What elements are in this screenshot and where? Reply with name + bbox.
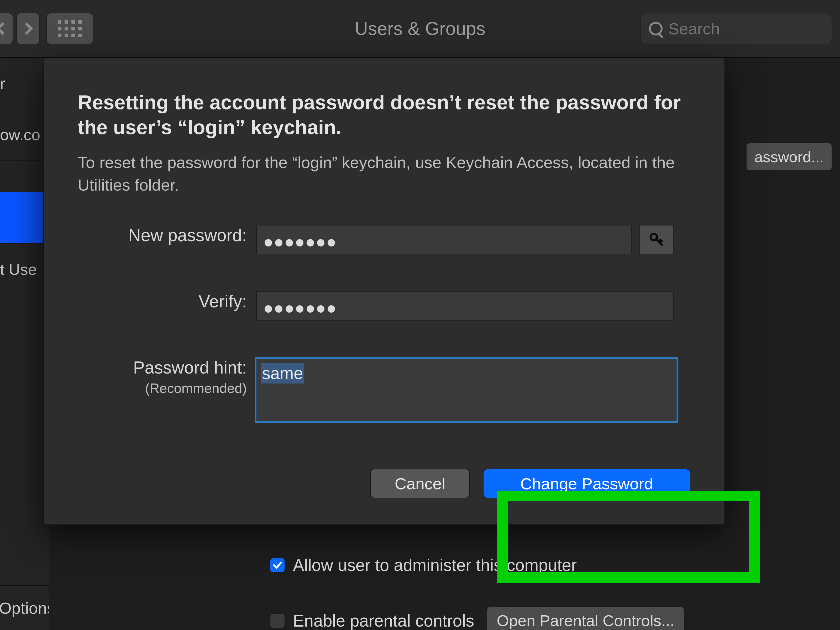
chevron-right-icon xyxy=(21,22,33,35)
checkmark-icon xyxy=(272,560,283,570)
parental-label: Enable parental controls xyxy=(293,611,474,630)
sidebar-item[interactable]: t Use xyxy=(0,243,49,295)
window-title: Users & Groups xyxy=(355,18,485,39)
open-parental-controls-button[interactable]: Open Parental Controls... xyxy=(487,606,684,630)
user-sidebar: r ow.co t Use Options xyxy=(0,58,49,630)
search-input[interactable] xyxy=(668,19,840,38)
parental-checkbox[interactable] xyxy=(270,613,285,628)
cancel-button[interactable]: Cancel xyxy=(370,469,470,498)
forward-button[interactable] xyxy=(16,13,40,44)
password-assistant-button[interactable] xyxy=(639,225,674,254)
search-icon xyxy=(649,22,663,35)
login-options[interactable]: Options xyxy=(0,585,49,630)
password-mask-icon xyxy=(265,232,338,249)
password-hint-label: Password hint: (Recommended) xyxy=(78,357,256,396)
sidebar-item[interactable]: r xyxy=(0,58,49,109)
hint-label-text: Password hint: xyxy=(133,358,247,377)
verify-password-label: Verify: xyxy=(78,291,256,312)
sheet-subtext: To reset the password for the “login” ke… xyxy=(78,151,690,196)
admin-label: Allow user to administer this computer xyxy=(293,556,577,575)
change-password-sheet: Resetting the account password doesn’t r… xyxy=(43,58,725,525)
sidebar-item-selected[interactable] xyxy=(0,192,49,243)
window-toolbar: Users & Groups xyxy=(0,0,840,58)
admin-checkbox[interactable] xyxy=(270,557,285,573)
password-hint-row: Password hint: (Recommended) same xyxy=(78,357,690,423)
hint-selected-text: same xyxy=(261,363,304,384)
hint-recommended-text: (Recommended) xyxy=(78,380,247,396)
new-password-label: New password: xyxy=(78,225,256,246)
sheet-button-row: Cancel Change Password xyxy=(370,469,690,498)
sheet-heading: Resetting the account password doesn’t r… xyxy=(78,90,690,140)
show-all-prefs-button[interactable] xyxy=(46,13,93,44)
password-mask-icon xyxy=(265,299,338,316)
parental-row: Enable parental controls Open Parental C… xyxy=(270,606,684,630)
key-icon xyxy=(649,232,665,248)
password-hint-field[interactable]: same xyxy=(255,357,678,423)
sidebar-item[interactable]: ow.co xyxy=(0,109,49,161)
verify-password-row: Verify: xyxy=(78,291,690,321)
new-password-field[interactable] xyxy=(256,225,632,254)
admin-checkbox-row: Allow user to administer this computer xyxy=(270,556,577,575)
reset-password-button[interactable]: assword... xyxy=(746,143,832,171)
new-password-row: New password: xyxy=(78,225,690,254)
back-button[interactable] xyxy=(0,13,13,44)
change-password-button[interactable]: Change Password xyxy=(483,469,690,498)
sidebar-item[interactable] xyxy=(0,161,49,192)
verify-password-field[interactable] xyxy=(256,291,674,321)
chevron-left-icon xyxy=(0,22,9,35)
search-field[interactable] xyxy=(641,13,832,44)
grid-icon xyxy=(58,20,82,37)
